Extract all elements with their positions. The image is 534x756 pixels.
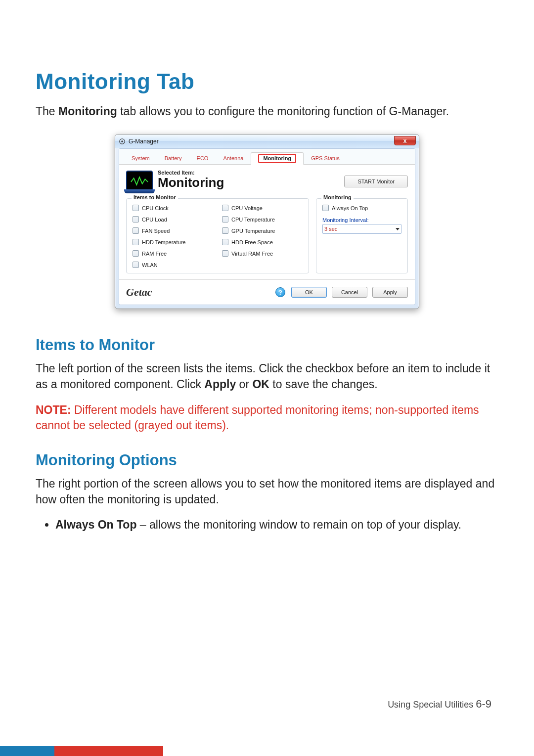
tab-system[interactable]: System [124,152,157,165]
checkbox-icon [222,239,228,245]
tab-antenna[interactable]: Antenna [216,152,251,165]
checkbox-icon [133,227,139,234]
interval-value: 3 sec [324,226,337,232]
section-items-heading: Items to Monitor [36,336,498,354]
checkbox-icon [222,205,228,211]
monitoring-options-group: Monitoring Always On Top Monitoring Inte… [316,198,408,273]
selected-item-title: Monitoring [158,176,344,189]
dialog-footer: Getac ? OK Cancel Apply [119,279,415,305]
checkbox-wlan[interactable]: WLAN [133,262,303,268]
apply-button[interactable]: Apply [372,287,408,298]
bullet-text: – allows the monitoring window to remain… [136,518,461,531]
tab-eco[interactable]: ECO [189,152,216,165]
options-bullets: Always On Top – allows the monitoring wi… [36,517,498,533]
window-title: G-Manager [129,138,159,145]
checkbox-icon [222,216,228,222]
checkbox-fan-speed[interactable]: FAN Speed [133,227,213,234]
tab-gps[interactable]: GPS Status [304,152,347,165]
page-title: Monitoring Tab [36,69,498,94]
checkbox-virtual-ram-free[interactable]: Virtual RAM Free [222,250,303,257]
interval-label: Monitoring Interval: [322,217,401,223]
checkbox-label: HDD Free Space [231,239,273,245]
checkbox-cpu-voltage[interactable]: CPU Voltage [222,205,303,211]
note-paragraph: NOTE: Different models have different su… [36,402,498,434]
checkbox-icon [222,250,228,257]
body-bold-apply: Apply [204,378,236,391]
svg-point-1 [121,140,123,142]
close-button[interactable]: x [394,136,416,145]
checkbox-cpu-clock[interactable]: CPU Clock [133,205,213,211]
tab-battery[interactable]: Battery [157,152,189,165]
section-options-heading: Monitoring Options [36,451,498,469]
checkbox-icon [133,262,139,268]
body-bold-ok: OK [252,378,269,391]
checkbox-label: FAN Speed [142,228,170,234]
checkbox-icon [322,205,329,211]
footer-band-red [54,746,163,756]
checkbox-gpu-temperature[interactable]: GPU Temperature [222,227,303,234]
body-text-mid: or [236,378,252,391]
tab-bar: System Battery ECO Antenna Monitoring GP… [119,149,415,165]
checkbox-label: Virtual RAM Free [231,251,273,257]
footer-label: Using Special Utilities [388,700,476,710]
note-bold: NOTE: [36,403,71,416]
group-row: Items to Monitor CPU Clock CPU Voltage C… [126,198,408,273]
tab-pane: Selected Item: Monitoring START Monitor … [119,165,415,279]
checkbox-label: WLAN [142,262,158,268]
bullet-bold: Always On Top [55,518,136,531]
close-icon: x [403,137,407,144]
monitoring-group-legend: Monitoring [321,194,354,200]
intro-paragraph: The Monitoring tab allows you to configu… [36,104,498,119]
checkbox-label: CPU Clock [142,205,169,211]
section-options-body: The right portion of the screen allows y… [36,476,498,507]
checkbox-cpu-temperature[interactable]: CPU Temperature [222,216,303,222]
checkbox-always-on-top[interactable]: Always On Top [322,205,401,211]
ok-button[interactable]: OK [291,287,327,298]
tab-monitoring[interactable]: Monitoring [251,152,304,165]
checkbox-label: CPU Voltage [231,205,263,211]
items-group-legend: Items to Monitor [132,194,178,200]
intro-text-bold: Monitoring [58,105,117,118]
pane-header: Selected Item: Monitoring START Monitor [126,170,408,191]
checkbox-icon [133,216,139,222]
cancel-button[interactable]: Cancel [332,287,367,298]
checkbox-icon [222,227,228,234]
tab-monitoring-highlight: Monitoring [258,154,296,163]
checkbox-hdd-free-space[interactable]: HDD Free Space [222,239,303,245]
bullet-always-on-top: Always On Top – allows the monitoring wi… [55,517,498,533]
checkbox-label: CPU Temperature [231,217,275,222]
titlebar[interactable]: G-Manager x [115,134,419,148]
checkbox-label: RAM Free [142,251,167,257]
footer-page-number: 6-9 [476,698,491,710]
page-footer: Using Special Utilities 6-9 [388,698,491,711]
intro-text-pre: The [36,105,58,118]
brand-logo: Getac [126,286,270,299]
checkbox-label: CPU Load [142,217,167,222]
checkbox-label: Always On Top [332,205,368,211]
section-items-body: The left portion of the screen lists the… [36,361,498,392]
intro-text-post: tab allows you to configure the monitori… [117,105,449,118]
checkbox-icon [133,205,139,211]
selected-item-block: Selected Item: Monitoring [158,170,344,189]
note-text: Different models have different supporte… [36,403,479,432]
start-monitor-button[interactable]: START Monitor [344,176,408,187]
checkbox-label: HDD Temperature [142,239,185,245]
interval-select[interactable]: 3 sec [322,224,401,234]
app-icon [118,138,126,145]
chevron-down-icon [396,228,400,230]
checkbox-icon [133,239,139,245]
footer-bands [0,746,534,756]
items-to-monitor-group: Items to Monitor CPU Clock CPU Voltage C… [126,198,309,273]
laptop-icon [126,171,153,191]
help-icon[interactable]: ? [275,287,285,297]
checkbox-icon [133,250,139,257]
footer-band-blue [0,746,54,756]
app-window: G-Manager x System Battery ECO Antenna M… [115,134,419,309]
body-text-post: to save the changes. [269,378,378,391]
window-content: System Battery ECO Antenna Monitoring GP… [119,148,415,305]
checkbox-cpu-load[interactable]: CPU Load [133,216,213,222]
checkbox-label: GPU Temperature [231,228,275,234]
footer-band-blank [163,746,534,756]
checkbox-ram-free[interactable]: RAM Free [133,250,213,257]
checkbox-hdd-temperature[interactable]: HDD Temperature [133,239,213,245]
